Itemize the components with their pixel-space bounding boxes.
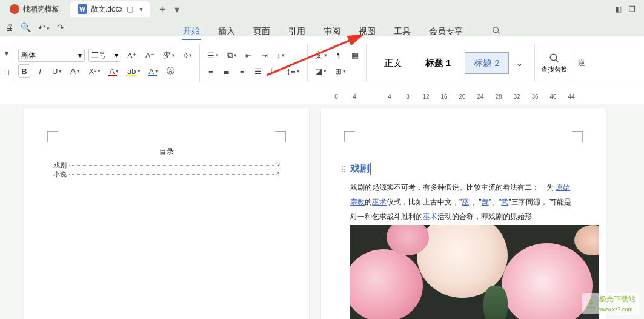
cube-icon[interactable]: ❒ [629,5,636,13]
search-icon[interactable] [492,26,501,37]
toc-page-number: 2 [276,161,280,169]
superscript-button[interactable]: X² [86,64,103,78]
menu-insert[interactable]: 插入 [217,24,236,39]
underline-button[interactable]: U [50,64,64,78]
menu-vip[interactable]: 会员专享 [428,24,464,39]
style-heading2[interactable]: 标题 2 [465,52,509,74]
text-tools-button[interactable]: 文 [313,49,330,62]
align-right-button[interactable]: ≡ [236,64,248,78]
toc-title: 目录 [53,147,280,157]
tab-label: 找稻壳模板 [23,4,59,15]
ruler-tick: 4 [380,93,399,100]
tab-document[interactable]: W 散文.docx ▢ ▾ [70,1,150,17]
svg-point-0 [493,27,499,33]
toc-leader [69,165,274,166]
strike-button[interactable]: A̶ [68,64,82,78]
menu-view[interactable]: 视图 [357,24,377,39]
ribbon-overflow[interactable]: 逆 [574,44,589,82]
menu-page[interactable]: 页面 [252,24,271,39]
margin-corner [47,131,58,142]
menu-tools[interactable]: 工具 [393,24,412,39]
link-wu3[interactable]: 武 [501,198,508,206]
tab-menu[interactable]: ▾ [174,4,179,15]
highlight-button[interactable]: ab [125,64,142,78]
app-icon [10,4,19,14]
menu-reference[interactable]: 引用 [287,24,307,39]
preview-icon[interactable]: 🔍 [21,22,31,32]
page-content[interactable]: ⠿ 戏剧 戏剧的起源实不可考，有多种假说。比较主流的看法有二：一为 原始宗教的巫… [321,108,606,319]
search-replace-label[interactable]: 查找替换 [541,65,568,74]
align-justify-button[interactable]: ☰ [252,64,264,78]
doc-paragraph[interactable]: 戏剧的起源实不可考，有多种假说。比较主流的看法有二：一为 原始宗教的巫术仪式，比… [350,180,577,224]
ruler[interactable]: 8 4 4 8 12 16 20 24 28 32 36 40 44 [327,90,632,103]
font-effect-button[interactable]: A [107,64,121,78]
clipboard-icon[interactable]: ☐ [3,69,10,77]
menu-start[interactable]: 开始 [182,23,201,40]
font-color-button[interactable]: A [147,64,161,78]
save-icon[interactable]: 🖨 [5,22,13,32]
ruler-tick: 40 [544,93,562,100]
dropdown-icon[interactable]: ▾ [139,5,143,13]
number-list-button[interactable]: ⧉ [225,49,239,62]
ruler-tick: 8 [399,93,417,100]
download-icon [586,298,597,309]
font-size-select[interactable]: 三号▾ [88,49,121,62]
decrease-font-button[interactable]: A⁻ [143,49,158,62]
border-button[interactable]: ⊞ [333,64,348,78]
watermark-name: 极光下载站 [599,294,636,304]
link-wu1[interactable]: 巫 [462,198,469,206]
paste-menu-icon[interactable]: ▾ [5,49,8,58]
clear-format-button[interactable]: ◊ [181,49,194,62]
distribute-button[interactable]: ⫴ [268,64,281,78]
link-wushu[interactable]: 巫术 [372,198,387,206]
decrease-indent-button[interactable]: ⇤ [243,49,255,62]
tab-templates[interactable]: 找稻壳模板 [2,1,67,17]
style-heading1[interactable]: 标题 1 [416,52,460,74]
toc-label: 戏剧 [53,161,67,170]
menu-review[interactable]: 审阅 [322,24,342,39]
shading-button[interactable]: ◪ [313,64,329,78]
add-tab-button[interactable]: ＋ [158,3,167,16]
change-case-button[interactable]: 变 [161,49,178,62]
font-name-select[interactable]: 黑体▾ [18,49,85,62]
redo-button[interactable]: ↷ [57,22,64,32]
link-wu2[interactable]: 舞 [482,198,489,206]
sidebar-toggle-icon[interactable]: ◧ [615,5,622,13]
text-direction-button[interactable]: ↕ [274,49,288,62]
titlebar: 找稻壳模板 W 散文.docx ▢ ▾ ＋ ▾ ◧ ❒ [0,0,644,18]
toc-leader [69,174,274,175]
bold-button[interactable]: B [18,64,30,78]
ribbon-font-group: 黑体▾ 三号▾ A⁺ A⁻ 变 ◊ B I U A̶ X² A ab A Ⓐ [13,44,200,82]
bullet-list-button[interactable]: ☰ [205,49,221,62]
styles-more-button[interactable]: ⌄ [514,56,526,70]
svg-line-3 [556,59,558,62]
text: 的 [365,198,372,206]
word-icon: W [78,4,87,14]
align-left-button[interactable]: ≡ [205,64,217,78]
line-spacing-button[interactable]: ‡≡ [284,64,302,78]
symbol-button[interactable]: ¶ [333,49,345,62]
link-wushu2[interactable]: 巫术 [423,212,437,221]
doc-heading[interactable]: 戏剧 [350,163,371,175]
text: "、" [489,198,502,206]
grid-button[interactable]: ▦ [349,49,361,62]
ribbon-left-gutter: ▾ ☐ [0,44,13,82]
drag-handle-icon[interactable]: ⠿ [340,165,347,175]
ruler-tick: 8 [327,93,345,100]
toc-entry[interactable]: 戏剧 2 [53,161,280,170]
align-center-button[interactable]: ≣ [221,64,233,78]
increase-font-button[interactable]: A⁺ [125,49,139,62]
undo-button[interactable]: ↶ [38,22,50,32]
search-icon[interactable] [549,53,560,64]
phonetic-button[interactable]: Ⓐ [164,64,177,78]
style-normal[interactable]: 正文 [375,52,411,74]
italic-button[interactable]: I [34,64,46,78]
window-mode-icon[interactable]: ▢ [127,5,133,13]
increase-indent-button[interactable]: ⇥ [259,49,271,62]
inline-image-roses[interactable] [350,225,599,319]
toc-entry[interactable]: 小说 4 [53,170,280,179]
font-size-value: 三号 [91,50,106,61]
toc-label: 小说 [53,170,67,179]
tab-label: 散文.docx [91,4,123,15]
page-toc[interactable]: 目录 戏剧 2 小说 4 [24,108,309,319]
